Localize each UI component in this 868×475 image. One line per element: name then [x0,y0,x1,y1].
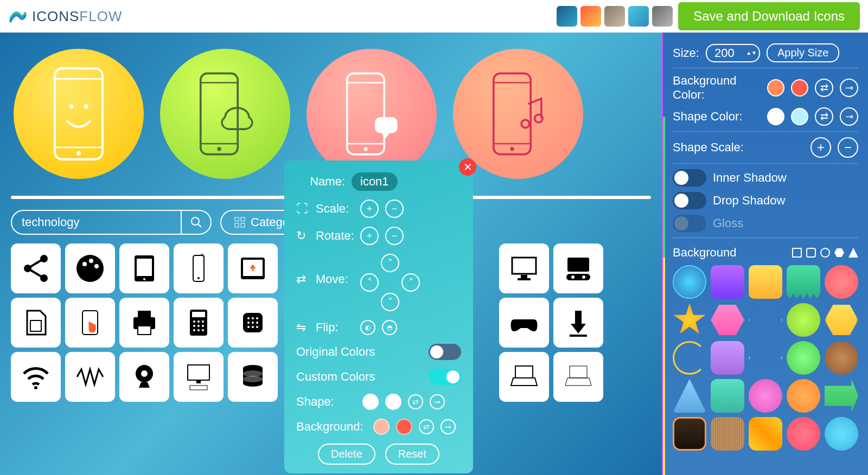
grid-icon-monitor[interactable] [499,243,549,293]
bg-shape-12[interactable] [711,341,744,375]
grid-icon-controller[interactable] [553,243,603,293]
search-button[interactable] [181,211,210,234]
bg-shape-3[interactable] [749,265,782,299]
move-down-button[interactable]: ˅ [381,293,399,311]
grid-icon-wifi[interactable] [11,352,61,402]
bg-shape-23[interactable] [749,417,782,451]
shape-scale-minus-button[interactable]: − [838,137,858,158]
grid-icon-keypad[interactable] [228,298,278,348]
bg-color-swatch-1[interactable] [767,79,784,97]
theme-swatch-3[interactable] [604,6,625,27]
shape-color-swap-button[interactable]: ⇄ [815,107,833,126]
bg-color-1[interactable] [373,419,390,435]
shape-color-1[interactable] [362,394,379,410]
preview-icon-3[interactable] [307,49,437,179]
flip-horizontal-button[interactable]: ◐ [360,320,375,335]
bg-shape-8[interactable] [749,303,782,337]
shape-color-swatch-2[interactable] [791,108,808,125]
grid-icon-webcam[interactable] [119,352,169,402]
bg-shape-19[interactable] [787,379,820,413]
grid-icon-printer[interactable] [119,298,169,348]
gloss-toggle[interactable] [673,215,706,232]
grid-icon-share[interactable] [11,243,61,293]
bg-color-settings-button[interactable]: ⊸ [840,79,858,97]
shape-color-settings-button[interactable]: ⊸ [840,107,858,126]
grid-icon-download[interactable] [553,298,603,348]
theme-swatch-4[interactable] [628,6,649,27]
bg-shape-20[interactable] [825,379,858,413]
popup-close-button[interactable]: ✕ [459,158,476,176]
theme-swatch-1[interactable] [557,6,577,27]
shape-swap-button[interactable]: ⇄ [408,394,423,409]
bg-shape-4[interactable] [787,265,820,299]
move-up-button[interactable]: ˄ [381,254,399,272]
save-download-button[interactable]: Save and Download Icons [678,2,860,30]
reset-button[interactable]: Reset [385,444,439,465]
custom-colors-toggle[interactable] [429,369,461,385]
theme-swatch-5[interactable] [652,6,673,27]
apply-size-button[interactable]: Apply Size [767,43,840,62]
shape-settings-button[interactable]: ⊸ [430,394,445,409]
bg-shape-16[interactable] [673,379,706,413]
bg-color-2[interactable] [396,419,412,435]
grid-icon-database[interactable] [228,352,278,402]
bg-shape-7[interactable] [711,303,744,337]
bg-shape-24[interactable] [787,417,820,451]
shape-filter-circle[interactable] [820,248,830,258]
grid-icon-gamepad[interactable] [499,298,549,348]
bg-shape-22[interactable] [711,417,744,451]
scale-minus-button[interactable]: − [385,200,404,218]
flip-vertical-button[interactable]: ◓ [382,320,397,335]
bg-shape-10[interactable] [825,303,858,337]
shape-color-2[interactable] [385,394,401,410]
shape-filter-rounded[interactable] [806,248,816,258]
bg-shape-11[interactable] [673,341,706,375]
logo[interactable]: ICONSFLOW [8,7,122,26]
bg-shape-15[interactable] [825,341,858,375]
shape-filter-triangle[interactable] [848,248,858,258]
move-left-button[interactable]: ˂ [360,273,379,292]
shape-scale-plus-button[interactable]: + [810,137,831,158]
bg-shape-21[interactable] [673,417,706,451]
move-right-button[interactable]: ˃ [401,273,420,292]
shape-filter-square[interactable] [792,248,802,258]
bg-shape-17[interactable] [711,379,744,413]
grid-icon-palette[interactable] [65,243,115,293]
grid-icon-waveform[interactable] [65,352,115,402]
bg-shape-6[interactable] [673,303,706,337]
bg-shape-2[interactable] [711,265,744,299]
shape-color-swatch-1[interactable] [767,108,784,125]
preview-icon-1[interactable] [14,49,144,179]
rotate-minus-button[interactable]: − [385,227,404,245]
theme-swatch-2[interactable] [580,6,601,27]
grid-icon-calculator[interactable] [174,298,224,348]
delete-button[interactable]: Delete [318,444,375,465]
bg-shape-18[interactable] [749,379,782,413]
grid-icon-touch-tablet[interactable] [228,243,278,293]
inner-shadow-toggle[interactable] [673,169,706,187]
bg-shape-5[interactable] [825,265,858,299]
bg-color-swatch-2[interactable] [791,79,808,97]
grid-icon-sim[interactable] [11,298,61,348]
grid-icon-touch-hand[interactable] [65,298,115,348]
rotate-plus-button[interactable]: + [360,227,379,245]
bg-shape-1[interactable] [673,265,706,299]
grid-icon-laptop[interactable] [499,352,549,402]
grid-icon-tablet[interactable] [119,243,169,293]
drop-shadow-toggle[interactable] [673,192,706,209]
bg-shape-14[interactable] [787,341,820,375]
bg-swap-button[interactable]: ⇄ [419,419,434,434]
shape-filter-hexagon[interactable] [834,248,844,258]
bg-shape-13[interactable] [749,341,782,375]
name-value[interactable]: icon1 [352,172,398,191]
bg-settings-button[interactable]: ⊸ [441,419,456,434]
preview-icon-2[interactable] [160,49,290,179]
grid-icon-smartphone[interactable] [174,243,224,293]
original-colors-toggle[interactable] [429,344,461,360]
search-input[interactable] [12,215,181,229]
grid-icon-desktop[interactable] [174,352,224,402]
bg-shape-9[interactable] [787,303,820,337]
grid-icon-laptop-2[interactable] [553,352,603,402]
bg-color-swap-button[interactable]: ⇄ [815,79,833,97]
scale-plus-button[interactable]: + [360,200,379,218]
